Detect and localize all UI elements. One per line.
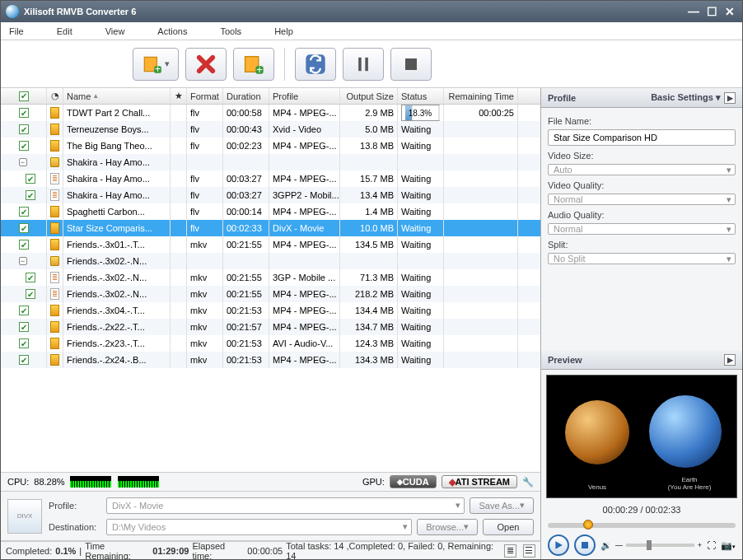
col-output[interactable]: Output Size <box>340 88 398 104</box>
folder-icon <box>50 157 59 167</box>
preview-seek-bar[interactable] <box>548 523 736 528</box>
row-checkbox[interactable]: ✔ <box>19 124 29 134</box>
col-type-icon[interactable]: ◔ <box>47 88 63 104</box>
table-row[interactable]: ✔Shakira - Hay Amo...flv00:03:27MP4 - MP… <box>1 170 540 187</box>
profile-combo[interactable]: DivX - Movie <box>106 497 465 514</box>
table-row[interactable]: −Friends.-.3x02.-.N... <box>1 253 540 269</box>
table-row[interactable]: ✔Friends.-.2x23.-.T...mkv00:21:53AVI - A… <box>1 335 540 352</box>
convert-button[interactable] <box>295 48 336 81</box>
separator <box>284 48 285 81</box>
table-row[interactable]: ✔Friends.-.2x22.-.T...mkv00:21:57MP4 - M… <box>1 319 540 335</box>
add-profile-button[interactable]: + <box>233 48 274 81</box>
row-checkbox[interactable]: ✔ <box>19 306 29 315</box>
gpu-ati-badge[interactable]: ◆ ATI STREAM <box>442 475 517 488</box>
close-button[interactable]: ✕ <box>722 6 737 17</box>
table-row[interactable]: ✔Friends.-.3x04.-.T...mkv00:21:53MP4 - M… <box>1 302 540 319</box>
col-name[interactable]: Name▲ <box>63 88 171 104</box>
table-row[interactable]: ✔Friends.-.2x24.-.B...mkv00:21:53MP4 - M… <box>1 352 540 368</box>
svg-rect-10 <box>582 542 588 548</box>
select-all-checkbox[interactable]: ✔ <box>19 91 29 101</box>
table-row[interactable]: ✔Spaghetti Carbon...flv00:00:14MP4 - MPE… <box>1 203 540 220</box>
snapshot-icon[interactable]: 📷▾ <box>721 540 736 551</box>
video-quality-combo[interactable]: Normal <box>548 194 736 205</box>
list-icon[interactable]: ☰ <box>523 544 535 558</box>
row-checkbox[interactable]: ✔ <box>26 174 35 184</box>
row-checkbox[interactable]: ✔ <box>19 355 29 365</box>
expand-profile-icon[interactable]: ▶ <box>724 92 736 104</box>
svg-rect-8 <box>365 57 368 70</box>
minimize-button[interactable]: — <box>686 6 701 17</box>
collapse-icon[interactable]: − <box>19 257 27 265</box>
table-row[interactable]: ✔Star Size Comparis...flv00:02:33DivX - … <box>1 220 540 236</box>
pause-button[interactable] <box>343 48 384 81</box>
titlebar[interactable]: Xilisoft RMVB Converter 6 — ☐ ✕ <box>1 1 742 22</box>
destination-combo[interactable]: D:\My Videos <box>106 519 412 535</box>
table-row[interactable]: ✔Friends.-.3x02.-.N...mkv00:21:55MP4 - M… <box>1 286 540 302</box>
row-checkbox[interactable]: ✔ <box>19 108 29 118</box>
settings-dropdown[interactable]: Basic Settings ▾ <box>651 92 721 103</box>
video-file-icon <box>50 140 59 152</box>
cpu-pct: 88.28% <box>34 477 64 487</box>
menu-actions[interactable]: Actions <box>157 26 187 36</box>
table-row[interactable]: −Shakira - Hay Amo... <box>1 154 540 170</box>
progress-bar: 18.3% <box>401 105 440 121</box>
col-remaining[interactable]: Remaining Time <box>444 88 518 104</box>
row-checkbox[interactable]: ✔ <box>19 207 29 217</box>
col-format[interactable]: Format <box>187 88 223 104</box>
row-checkbox[interactable]: ✔ <box>19 338 29 348</box>
filename-input[interactable]: Star Size Comparison HD <box>548 129 736 146</box>
fullscreen-icon[interactable]: ⛶ <box>707 540 716 550</box>
expand-preview-icon[interactable]: ▶ <box>724 354 736 366</box>
play-button[interactable] <box>548 534 569 556</box>
menu-help[interactable]: Help <box>274 26 293 36</box>
menu-view[interactable]: View <box>105 26 125 36</box>
player-controls: 🔉 — + ⛶ 📷▾ <box>541 531 742 559</box>
collapse-icon[interactable]: − <box>19 158 27 166</box>
table-row[interactable]: ✔Terneuzense Boys...flv00:00:43Xvid - Vi… <box>1 121 540 138</box>
col-star[interactable]: ★ <box>171 88 187 104</box>
volume-icon[interactable]: 🔉 <box>600 540 612 551</box>
preview-timecode: 00:00:29 / 00:02:33 <box>541 505 742 515</box>
table-row[interactable]: ✔Friends.-.3x01.-.T...mkv00:21:55MP4 - M… <box>1 236 540 253</box>
profile-item-icon <box>50 288 59 300</box>
menu-file[interactable]: File <box>9 26 24 36</box>
seek-handle[interactable] <box>583 520 593 530</box>
maximize-button[interactable]: ☐ <box>704 6 719 17</box>
menubar: File Edit View Actions Tools Help <box>1 22 742 40</box>
toolbar: +▾ + <box>1 40 742 88</box>
open-button[interactable]: Open <box>483 519 534 535</box>
row-checkbox[interactable]: ✔ <box>19 223 29 233</box>
delete-button[interactable] <box>185 48 227 81</box>
row-checkbox[interactable]: ✔ <box>26 190 35 200</box>
row-checkbox[interactable]: ✔ <box>19 240 29 250</box>
stop-preview-button[interactable] <box>574 534 596 556</box>
row-checkbox[interactable]: ✔ <box>19 141 29 151</box>
col-duration[interactable]: Duration <box>223 88 269 104</box>
row-checkbox[interactable]: ✔ <box>26 273 35 282</box>
row-checkbox[interactable]: ✔ <box>19 322 29 332</box>
save-as-button[interactable]: Save As... ▾ <box>470 497 534 514</box>
audio-quality-combo[interactable]: Normal <box>548 223 736 235</box>
table-row[interactable]: ✔Friends.-.3x02.-.N...mkv00:21:553GP - M… <box>1 269 540 286</box>
menu-edit[interactable]: Edit <box>57 26 72 36</box>
col-profile[interactable]: Profile <box>269 88 340 104</box>
volume-handle[interactable] <box>647 540 652 550</box>
video-file-icon <box>50 222 59 234</box>
browse-button[interactable]: Browse... ▾ <box>417 519 478 535</box>
volume-slider[interactable] <box>626 544 694 547</box>
menu-tools[interactable]: Tools <box>220 26 241 36</box>
col-status[interactable]: Status <box>398 88 444 104</box>
add-file-button[interactable]: +▾ <box>133 48 179 81</box>
table-row[interactable]: ✔The Big Bang Theo...flv00:02:23MP4 - MP… <box>1 138 540 154</box>
stop-button[interactable] <box>390 48 432 81</box>
app-logo-icon <box>6 5 19 18</box>
log-icon[interactable]: ≣ <box>504 544 516 558</box>
table-row[interactable]: ✔TDWT Part 2 Chall...flv00:00:58MP4 - MP… <box>1 105 540 121</box>
row-checkbox[interactable]: ✔ <box>26 289 35 299</box>
video-size-combo[interactable]: Auto <box>548 164 736 175</box>
split-combo[interactable]: No Split <box>548 253 736 264</box>
settings-icon[interactable]: 🔧 <box>522 477 534 488</box>
gpu-cuda-badge[interactable]: ◆ CUDA <box>390 475 437 488</box>
svg-rect-7 <box>358 57 362 70</box>
table-row[interactable]: ✔Shakira - Hay Amo...flv00:03:273GPP2 - … <box>1 187 540 203</box>
